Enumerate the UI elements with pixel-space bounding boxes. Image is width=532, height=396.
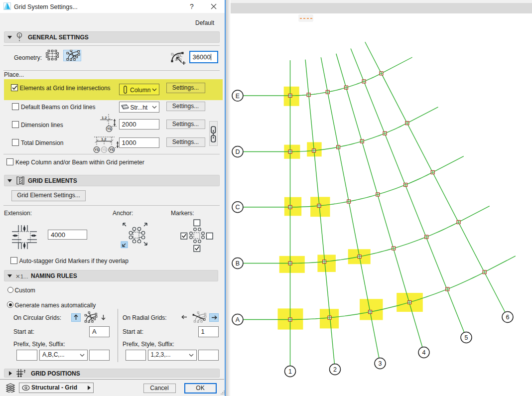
svg-text:1.2: 1.2 [102, 116, 107, 120]
svg-text:6: 6 [506, 314, 510, 321]
svg-text:4: 4 [422, 349, 426, 356]
svg-text:2: 2 [333, 366, 337, 373]
svg-text:YS: YS [102, 148, 107, 151]
svg-text:1: 1 [18, 33, 21, 38]
svg-text:3: 3 [379, 360, 382, 367]
svg-text:A: A [236, 316, 240, 323]
svg-text:YS: YS [107, 127, 112, 131]
svg-text:YS: YS [110, 148, 114, 151]
svg-text:D: D [235, 148, 240, 155]
svg-text:1.2: 1.2 [101, 137, 106, 141]
svg-text:C: C [235, 204, 240, 211]
svg-text:1: 1 [288, 368, 292, 375]
svg-text:YS: YS [95, 148, 99, 151]
svg-text:5: 5 [465, 334, 468, 341]
svg-text:B: B [236, 260, 240, 267]
svg-text:E: E [236, 93, 240, 100]
